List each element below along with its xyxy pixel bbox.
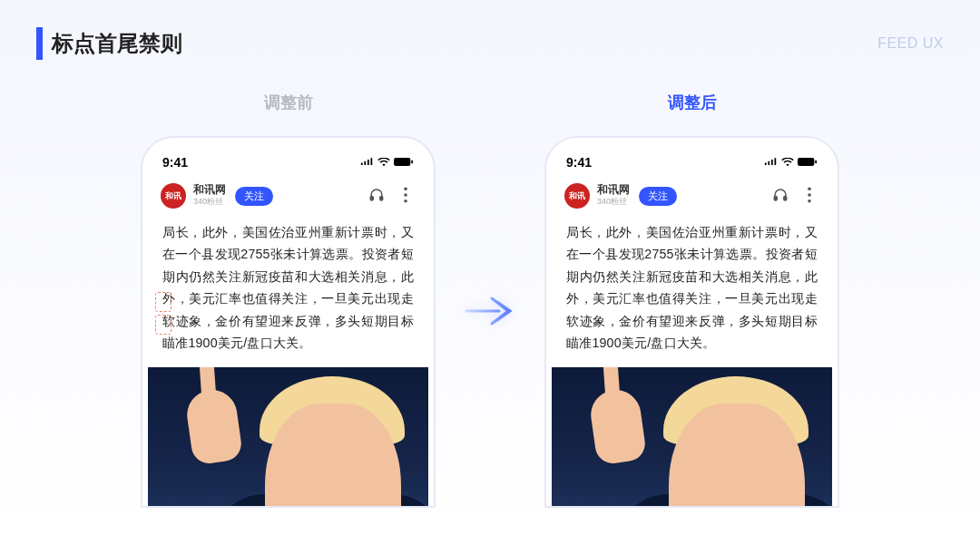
article-image xyxy=(148,367,428,508)
battery-icon xyxy=(798,154,818,170)
transition-arrow xyxy=(463,92,517,331)
before-label: 调整前 xyxy=(264,92,313,113)
svg-rect-7 xyxy=(798,158,814,166)
source-fans: 340粉丝 xyxy=(193,196,226,208)
page-title: 标点首尾禁则 xyxy=(52,29,182,58)
feed-header: 和讯 和讯网 340粉丝 关注 xyxy=(552,183,832,218)
punctuation-error-highlight-2 xyxy=(155,315,172,335)
svg-point-6 xyxy=(404,199,407,202)
svg-point-4 xyxy=(404,187,407,190)
title-group: 标点首尾禁则 xyxy=(36,27,182,60)
signal-icon xyxy=(360,154,374,170)
avatar[interactable]: 和讯 xyxy=(161,183,186,209)
article-body-before: 局长，此外，美国佐治亚州重新计票时，又在一个县发现2755张未计算选票。投资者短… xyxy=(148,218,428,358)
svg-rect-9 xyxy=(774,196,777,200)
svg-rect-10 xyxy=(784,196,787,200)
source-meta: 和讯网 340粉丝 xyxy=(193,184,226,208)
source-name[interactable]: 和讯网 xyxy=(597,184,630,196)
avatar[interactable]: 和讯 xyxy=(564,183,590,209)
svg-rect-3 xyxy=(380,196,383,200)
article-image xyxy=(552,367,832,508)
wifi-icon xyxy=(781,154,794,170)
battery-icon xyxy=(394,154,414,170)
headphones-icon[interactable] xyxy=(769,187,792,206)
before-column: 调整前 9:41 和讯 和讯网 xyxy=(141,92,436,508)
svg-rect-8 xyxy=(815,160,817,164)
svg-rect-2 xyxy=(370,196,373,200)
svg-point-5 xyxy=(404,193,407,197)
after-label: 调整后 xyxy=(668,92,717,113)
title-accent-bar xyxy=(36,27,43,60)
feed-header: 和讯 和讯网 340粉丝 关注 xyxy=(148,183,428,218)
follow-button[interactable]: 关注 xyxy=(639,187,677,206)
status-bar: 9:41 xyxy=(148,154,428,183)
source-name[interactable]: 和讯网 xyxy=(193,184,226,196)
punctuation-error-highlight-1 xyxy=(155,292,172,312)
status-icons xyxy=(764,154,818,170)
svg-point-12 xyxy=(808,193,811,197)
comparison-row: 调整前 9:41 和讯 和讯网 xyxy=(0,69,980,508)
svg-rect-1 xyxy=(411,160,413,164)
status-time: 9:41 xyxy=(566,155,592,170)
more-vert-icon[interactable] xyxy=(799,187,819,206)
follow-button[interactable]: 关注 xyxy=(235,187,273,206)
svg-point-11 xyxy=(808,187,811,190)
page-header: 标点首尾禁则 FEED UX xyxy=(0,0,980,69)
status-bar: 9:41 xyxy=(552,154,832,183)
article-body-after: 局长，此外，美国佐治亚州重新计票时，又在一个县发现2755张未计算选票。投资者短… xyxy=(552,218,832,358)
signal-icon xyxy=(764,154,778,170)
phone-mock-after: 9:41 和讯 和讯网 340粉丝 xyxy=(544,136,839,508)
status-time: 9:41 xyxy=(162,155,188,170)
headphones-icon[interactable] xyxy=(365,187,388,206)
more-vert-icon[interactable] xyxy=(396,187,416,206)
phone-mock-before: 9:41 和讯 和讯网 340粉丝 xyxy=(141,136,436,508)
brand-logo: FEED UX xyxy=(877,35,944,52)
wifi-icon xyxy=(377,154,390,170)
status-icons xyxy=(360,154,414,170)
after-column: 调整后 9:41 和讯 和讯网 xyxy=(544,92,839,508)
svg-point-13 xyxy=(808,199,811,202)
arrow-right-icon xyxy=(465,291,515,331)
svg-rect-0 xyxy=(394,158,410,166)
source-meta: 和讯网 340粉丝 xyxy=(597,184,630,208)
source-fans: 340粉丝 xyxy=(597,196,630,208)
